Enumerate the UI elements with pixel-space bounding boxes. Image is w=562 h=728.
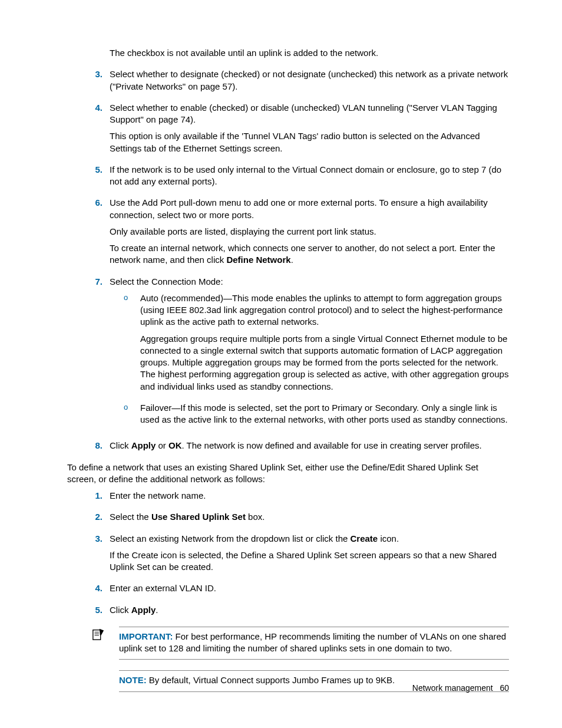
intro-text: The checkbox is not available until an u… — [110, 47, 509, 59]
step-number: 4. — [88, 102, 103, 114]
step-number: 3. — [88, 68, 103, 80]
step-text: Select whether to enable (checked) or di… — [110, 102, 509, 126]
step-6: 6. Use the Add Port pull-down menu to ad… — [88, 197, 509, 271]
step-text: Enter an external VLAN ID. — [110, 582, 509, 594]
important-text: IMPORTANT: For best performance, HP reco… — [119, 627, 509, 660]
important-callout: IMPORTANT: For best performance, HP reco… — [88, 627, 509, 667]
substep-text: Failover—If this mode is selected, set t… — [140, 402, 509, 426]
bullet-icon: o — [124, 402, 140, 431]
page-footer: Network management 60 — [412, 683, 509, 694]
step-5: 5. If the network is to be used only int… — [88, 164, 509, 193]
note-icon-empty — [88, 670, 119, 671]
svg-rect-0 — [93, 630, 101, 640]
step-text: Select whether to designate (checked) or… — [110, 68, 509, 93]
step-text: Select an existing Network from the drop… — [110, 533, 509, 545]
important-icon — [88, 627, 119, 641]
step-number: 8. — [88, 440, 103, 452]
second-list: 1. Enter the network name. 2. Select the… — [53, 490, 509, 699]
bullet-icon: o — [124, 292, 140, 397]
step-number: 5. — [88, 604, 103, 616]
substep-auto: o Auto (recommended)—This mode enables t… — [124, 292, 509, 397]
step2-5: 5. Click Apply. — [88, 604, 509, 621]
continuation-block: The checkbox is not available until an u… — [53, 47, 509, 457]
step-3: 3. Select whether to designate (checked)… — [88, 68, 509, 97]
step-number: 2. — [88, 511, 103, 523]
step-subtext: Only available ports are listed, display… — [110, 226, 509, 238]
empty-marker — [88, 47, 110, 64]
step-8: 8. Click Apply or OK. The network is now… — [88, 440, 509, 456]
step2-2: 2. Select the Use Shared Uplink Set box. — [88, 511, 509, 528]
substep-text: Auto (recommended)—This mode enables the… — [140, 292, 509, 328]
step-subtext: This option is only available if the 'Tu… — [110, 130, 509, 154]
step-number: 5. — [88, 164, 103, 176]
step-number: 1. — [88, 490, 103, 502]
step-text: Select the Connection Mode: — [110, 276, 509, 288]
important-label: IMPORTANT: — [119, 631, 173, 641]
step-4: 4. Select whether to enable (checked) or… — [88, 102, 509, 159]
step-subtext: To create an internal network, which con… — [110, 242, 509, 266]
step-text: Select the Use Shared Uplink Set box. — [110, 511, 509, 523]
footer-section: Network management — [412, 683, 493, 693]
step-text: Click Apply. — [110, 604, 509, 616]
step-number: 4. — [88, 582, 103, 594]
step-text: Click Apply or OK. The network is now de… — [110, 440, 509, 452]
step-7: 7. Select the Connection Mode: o Auto (r… — [88, 276, 509, 436]
step2-3: 3. Select an existing Network from the d… — [88, 533, 509, 578]
step-number: 7. — [88, 276, 103, 288]
note-label: NOTE: — [119, 675, 147, 685]
footer-page-number: 60 — [500, 683, 509, 693]
step2-1: 1. Enter the network name. — [88, 490, 509, 506]
page-ref[interactable]: 57 — [223, 81, 233, 91]
step2-4: 4. Enter an external VLAN ID. — [88, 582, 509, 599]
step-subtext: If the Create icon is selected, the Defi… — [110, 549, 509, 574]
page: The checkbox is not available until an u… — [0, 0, 562, 728]
mid-paragraph: To define a network that uses an existin… — [53, 462, 509, 486]
substep-subtext: Aggregation groups require multiple port… — [140, 333, 509, 393]
step-text: If the network is to be used only intern… — [110, 164, 509, 188]
step-number: 3. — [88, 533, 103, 545]
step-number: 6. — [88, 197, 103, 209]
page-ref[interactable]: 74 — [180, 114, 190, 124]
step-text: Enter the network name. — [110, 490, 509, 502]
substep-failover: o Failover—If this mode is selected, set… — [124, 402, 509, 431]
step-text: Use the Add Port pull-down menu to add o… — [110, 197, 509, 221]
intro-paragraph-row: The checkbox is not available until an u… — [88, 47, 509, 64]
